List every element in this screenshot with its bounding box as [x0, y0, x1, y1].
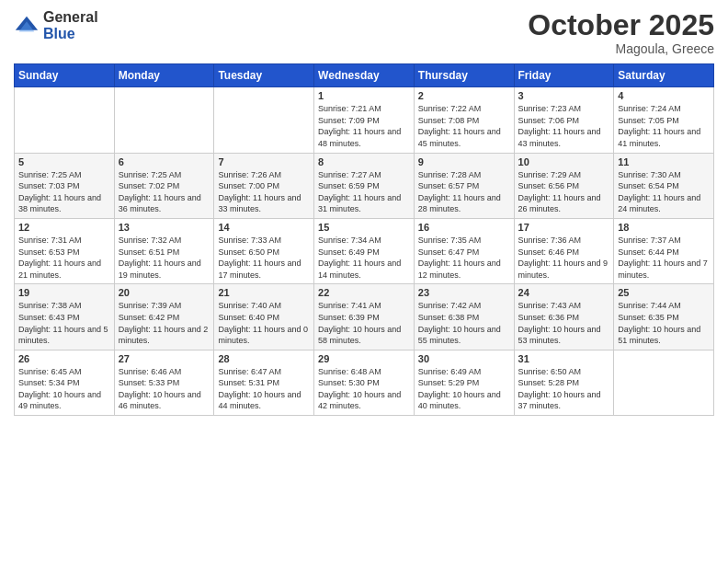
day-number: 17: [518, 222, 610, 233]
day-number: 15: [318, 222, 410, 233]
day-number: 11: [618, 156, 710, 167]
table-row: 15Sunrise: 7:34 AMSunset: 6:49 PMDayligh…: [314, 218, 415, 283]
table-row: 6Sunrise: 7:25 AMSunset: 7:02 PMDaylight…: [114, 153, 214, 218]
table-row: 21Sunrise: 7:40 AMSunset: 6:40 PMDayligh…: [214, 284, 314, 350]
day-info: Sunrise: 7:36 AMSunset: 6:46 PMDaylight:…: [518, 235, 610, 281]
day-info: Sunrise: 7:40 AMSunset: 6:40 PMDaylight:…: [218, 300, 310, 346]
logo-text: General Blue: [43, 9, 98, 41]
day-info: Sunrise: 7:39 AMSunset: 6:42 PMDaylight:…: [119, 300, 210, 346]
day-number: 19: [18, 287, 110, 298]
day-number: 1: [318, 90, 410, 101]
table-row: [15, 87, 115, 153]
table-row: 20Sunrise: 7:39 AMSunset: 6:42 PMDayligh…: [114, 284, 214, 350]
calendar-table: Sunday Monday Tuesday Wednesday Thursday…: [14, 63, 714, 416]
table-row: 5Sunrise: 7:25 AMSunset: 7:03 PMDaylight…: [15, 153, 115, 218]
day-number: 2: [418, 90, 510, 101]
col-wednesday: Wednesday: [314, 64, 415, 87]
table-row: 30Sunrise: 6:49 AMSunset: 5:29 PMDayligh…: [414, 350, 514, 415]
header: General Blue October 2025 Magoula, Greec…: [14, 9, 714, 56]
table-row: 2Sunrise: 7:22 AMSunset: 7:08 PMDaylight…: [414, 87, 514, 153]
day-number: 26: [18, 353, 110, 364]
logo: General Blue: [14, 9, 98, 41]
day-number: 31: [518, 353, 610, 364]
calendar-week-row: 5Sunrise: 7:25 AMSunset: 7:03 PMDaylight…: [15, 153, 714, 218]
day-info: Sunrise: 7:34 AMSunset: 6:49 PMDaylight:…: [318, 235, 410, 281]
day-number: 16: [418, 222, 510, 233]
month-title: October 2025: [528, 9, 714, 41]
day-info: Sunrise: 7:22 AMSunset: 7:08 PMDaylight:…: [418, 103, 510, 149]
day-info: Sunrise: 7:28 AMSunset: 6:57 PMDaylight:…: [418, 169, 510, 215]
day-number: 23: [418, 287, 510, 298]
day-info: Sunrise: 7:30 AMSunset: 6:54 PMDaylight:…: [618, 169, 710, 215]
col-saturday: Saturday: [614, 64, 714, 87]
day-info: Sunrise: 6:50 AMSunset: 5:28 PMDaylight:…: [518, 366, 610, 412]
page: General Blue October 2025 Magoula, Greec…: [0, 0, 728, 563]
day-info: Sunrise: 7:25 AMSunset: 7:02 PMDaylight:…: [119, 169, 210, 215]
table-row: 16Sunrise: 7:35 AMSunset: 6:47 PMDayligh…: [414, 218, 514, 283]
day-info: Sunrise: 7:33 AMSunset: 6:50 PMDaylight:…: [218, 235, 310, 281]
day-number: 27: [119, 353, 210, 364]
day-info: Sunrise: 7:32 AMSunset: 6:51 PMDaylight:…: [119, 235, 210, 281]
day-number: 4: [618, 90, 710, 101]
day-info: Sunrise: 7:43 AMSunset: 6:36 PMDaylight:…: [518, 300, 610, 346]
day-number: 10: [518, 156, 610, 167]
table-row: 10Sunrise: 7:29 AMSunset: 6:56 PMDayligh…: [514, 153, 614, 218]
day-number: 24: [518, 287, 610, 298]
day-info: Sunrise: 6:46 AMSunset: 5:33 PMDaylight:…: [119, 366, 210, 412]
table-row: 7Sunrise: 7:26 AMSunset: 7:00 PMDaylight…: [214, 153, 314, 218]
col-tuesday: Tuesday: [214, 64, 314, 87]
table-row: 27Sunrise: 6:46 AMSunset: 5:33 PMDayligh…: [114, 350, 214, 415]
table-row: 18Sunrise: 7:37 AMSunset: 6:44 PMDayligh…: [614, 218, 714, 283]
table-row: 3Sunrise: 7:23 AMSunset: 7:06 PMDaylight…: [514, 87, 614, 153]
day-number: 20: [119, 287, 210, 298]
table-row: 13Sunrise: 7:32 AMSunset: 6:51 PMDayligh…: [114, 218, 214, 283]
table-row: 29Sunrise: 6:48 AMSunset: 5:30 PMDayligh…: [314, 350, 415, 415]
col-monday: Monday: [114, 64, 214, 87]
day-info: Sunrise: 7:41 AMSunset: 6:39 PMDaylight:…: [318, 300, 410, 346]
day-number: 6: [119, 156, 210, 167]
table-row: [214, 87, 314, 153]
day-number: 25: [618, 287, 710, 298]
day-info: Sunrise: 6:45 AMSunset: 5:34 PMDaylight:…: [18, 366, 110, 412]
table-row: 28Sunrise: 6:47 AMSunset: 5:31 PMDayligh…: [214, 350, 314, 415]
day-info: Sunrise: 7:24 AMSunset: 7:05 PMDaylight:…: [618, 103, 710, 149]
day-info: Sunrise: 7:38 AMSunset: 6:43 PMDaylight:…: [18, 300, 110, 346]
day-info: Sunrise: 7:26 AMSunset: 7:00 PMDaylight:…: [218, 169, 310, 215]
table-row: 23Sunrise: 7:42 AMSunset: 6:38 PMDayligh…: [414, 284, 514, 350]
day-number: 22: [318, 287, 410, 298]
table-row: [614, 350, 714, 415]
day-number: 21: [218, 287, 310, 298]
table-row: 19Sunrise: 7:38 AMSunset: 6:43 PMDayligh…: [15, 284, 115, 350]
day-info: Sunrise: 7:27 AMSunset: 6:59 PMDaylight:…: [318, 169, 410, 215]
table-row: 1Sunrise: 7:21 AMSunset: 7:09 PMDaylight…: [314, 87, 415, 153]
day-number: 28: [218, 353, 310, 364]
day-number: 3: [518, 90, 610, 101]
table-row: 9Sunrise: 7:28 AMSunset: 6:57 PMDaylight…: [414, 153, 514, 218]
calendar-week-row: 26Sunrise: 6:45 AMSunset: 5:34 PMDayligh…: [15, 350, 714, 415]
day-info: Sunrise: 7:23 AMSunset: 7:06 PMDaylight:…: [518, 103, 610, 149]
day-info: Sunrise: 6:47 AMSunset: 5:31 PMDaylight:…: [218, 366, 310, 412]
table-row: 22Sunrise: 7:41 AMSunset: 6:39 PMDayligh…: [314, 284, 415, 350]
table-row: 26Sunrise: 6:45 AMSunset: 5:34 PMDayligh…: [15, 350, 115, 415]
title-block: October 2025 Magoula, Greece: [528, 9, 714, 56]
col-friday: Friday: [514, 64, 614, 87]
day-number: 9: [418, 156, 510, 167]
table-row: 8Sunrise: 7:27 AMSunset: 6:59 PMDaylight…: [314, 153, 415, 218]
day-number: 5: [18, 156, 110, 167]
day-number: 14: [218, 222, 310, 233]
day-number: 18: [618, 222, 710, 233]
day-info: Sunrise: 7:35 AMSunset: 6:47 PMDaylight:…: [418, 235, 510, 281]
calendar-week-row: 12Sunrise: 7:31 AMSunset: 6:53 PMDayligh…: [15, 218, 714, 283]
logo-general-text: General: [43, 9, 98, 26]
table-row: 12Sunrise: 7:31 AMSunset: 6:53 PMDayligh…: [15, 218, 115, 283]
day-info: Sunrise: 7:44 AMSunset: 6:35 PMDaylight:…: [618, 300, 710, 346]
table-row: 14Sunrise: 7:33 AMSunset: 6:50 PMDayligh…: [214, 218, 314, 283]
day-info: Sunrise: 7:25 AMSunset: 7:03 PMDaylight:…: [18, 169, 110, 215]
day-number: 29: [318, 353, 410, 364]
calendar-header-row: Sunday Monday Tuesday Wednesday Thursday…: [15, 64, 714, 87]
day-info: Sunrise: 6:49 AMSunset: 5:29 PMDaylight:…: [418, 366, 510, 412]
day-number: 8: [318, 156, 410, 167]
day-number: 13: [119, 222, 210, 233]
day-info: Sunrise: 7:37 AMSunset: 6:44 PMDaylight:…: [618, 235, 710, 281]
table-row: [114, 87, 214, 153]
